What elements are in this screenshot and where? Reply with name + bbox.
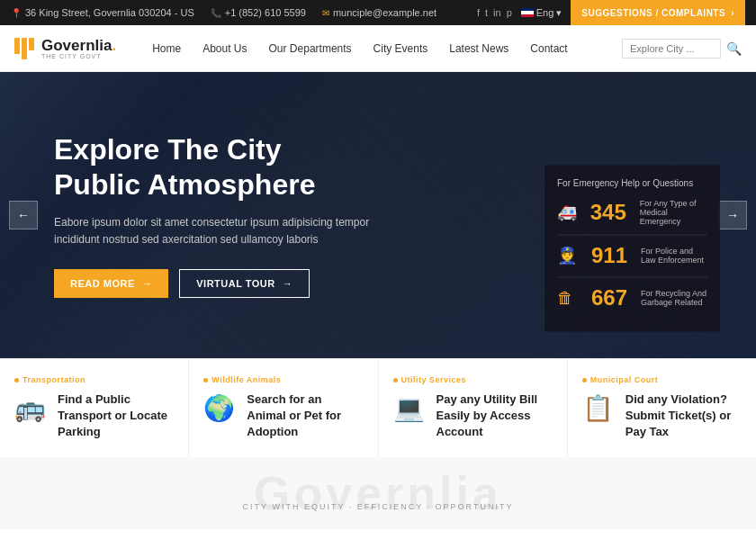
arrow-icon: → <box>142 278 153 289</box>
service-card-body-utility: 💻 Pay any Utility Bill Easily by Access … <box>393 392 553 441</box>
hero-content: Explore The City Public Atmosphere Eabor… <box>0 132 450 297</box>
topbar: 📍 36 King Street, Governlia 030204 - US … <box>0 0 756 25</box>
watermark-text: Governlia <box>254 466 502 520</box>
service-title-court: Did any Violation? Submit Ticket(s) or P… <box>626 392 742 441</box>
service-card-court[interactable]: Municipal Court 📋 Did any Violation? Sub… <box>568 359 756 457</box>
email-icon: ✉ <box>322 8 329 18</box>
virtual-tour-button[interactable]: VIRTUAL TOUR → <box>179 269 310 298</box>
bus-icon: 🚌 <box>14 393 47 423</box>
topbar-right: f t in p Eng ▾ SUGGESTIONS / COMPLAINTS … <box>477 0 745 25</box>
emergency-item-garbage: 🗑 667 For Recycling And Garbage Related <box>557 285 707 310</box>
medical-desc-line2: Medical Emergency <box>640 208 707 226</box>
phone-icon: 📞 <box>211 8 221 18</box>
tag-label-animals: Wildlife Animals <box>212 375 281 384</box>
logo-bar-3 <box>29 38 34 50</box>
language-selector[interactable]: Eng ▾ <box>521 7 562 19</box>
nav-contact[interactable]: Contact <box>530 42 567 55</box>
twitter-icon[interactable]: t <box>485 7 488 18</box>
logo-name-text: Governlia <box>41 37 112 54</box>
police-desc-line1: For Police and <box>641 247 704 256</box>
tag-label-court: Municipal Court <box>590 375 659 384</box>
emergency-item-police: 👮 911 For Police and Law Enforcement <box>557 243 707 268</box>
laptop-icon: 💻 <box>393 393 426 423</box>
hero-title-line1: Explore The City <box>54 133 282 166</box>
chevron-right-icon: → <box>726 208 739 222</box>
search-input[interactable] <box>622 39 721 58</box>
flag-icon <box>521 8 534 17</box>
nav-links: Home About Us Our Departments City Event… <box>152 42 622 55</box>
emergency-desc-medical: For Any Type of Medical Emergency <box>640 199 707 226</box>
instagram-icon[interactable]: in <box>493 7 501 18</box>
phone-info: 📞 +1 (852) 610 5599 <box>211 7 306 18</box>
tagline: CITY WITH EQUITY · EFFICIENCY · OPPORTUN… <box>243 502 514 511</box>
nav-departments[interactable]: Our Departments <box>269 42 352 55</box>
emergency-number-garbage: 667 <box>591 285 632 310</box>
garbage-desc-line1: For Recycling And <box>641 289 706 298</box>
divider-1 <box>557 235 707 236</box>
location-icon: 📍 <box>11 8 22 18</box>
emergency-item-medical: 🚑 345 For Any Type of Medical Emergency <box>557 199 707 226</box>
service-cards: Transportation 🚌 Find a Public Transport… <box>0 358 756 457</box>
police-desc-line2: Law Enforcement <box>641 256 704 265</box>
chevron-down-icon: ▾ <box>556 7 562 19</box>
tag-label-utility: Utility Services <box>401 375 467 384</box>
nav-search: 🔍 <box>622 39 742 58</box>
service-tag-transport: Transportation <box>14 375 174 384</box>
pinterest-icon[interactable]: p <box>507 7 512 18</box>
garbage-desc-line2: Garbage Related <box>641 298 706 307</box>
navbar: Governlia. THE CITY GOVT Home About Us O… <box>0 25 756 72</box>
logo-bar-2 <box>22 38 27 59</box>
topbar-contact-info: 📍 36 King Street, Governlia 030204 - US … <box>11 7 436 18</box>
globe-icon: 🌍 <box>203 393 236 423</box>
chevron-left-icon: ← <box>17 208 30 222</box>
email-text: munciple@example.net <box>333 7 436 18</box>
hero-description: Eabore ipsum dolor sit amet consectetur … <box>54 214 378 248</box>
nav-events[interactable]: City Events <box>374 42 428 55</box>
logo-dot: . <box>112 37 116 54</box>
read-more-button[interactable]: READ MORE → <box>54 269 168 298</box>
garbage-icon: 🗑 <box>557 288 582 307</box>
emergency-title: For Emergency Help or Questions <box>557 178 707 188</box>
hero-section: ← Explore The City Public Atmosphere Eab… <box>0 72 756 358</box>
arrow-icon-2: → <box>283 278 293 289</box>
read-more-label: READ MORE <box>70 278 135 289</box>
nav-home[interactable]: Home <box>152 42 181 55</box>
hero-buttons: READ MORE → VIRTUAL TOUR → <box>54 269 378 298</box>
nav-about[interactable]: About Us <box>202 42 247 55</box>
search-icon[interactable]: 🔍 <box>726 41 742 56</box>
service-card-animals[interactable]: Wildlife Animals 🌍 Search for an Animal … <box>189 359 378 457</box>
tag-dot-2 <box>203 378 208 382</box>
hero-next-button[interactable]: → <box>718 201 747 230</box>
service-card-body-transport: 🚌 Find a Public Transport or Locate Park… <box>14 392 174 441</box>
hero-title: Explore The City Public Atmosphere <box>54 132 378 202</box>
service-card-transport[interactable]: Transportation 🚌 Find a Public Transport… <box>0 359 189 457</box>
logo-name: Governlia. <box>41 37 116 55</box>
service-tag-utility: Utility Services <box>393 375 553 384</box>
logo-bar-1 <box>14 38 20 54</box>
logo-icon <box>14 38 34 59</box>
divider-2 <box>557 277 707 278</box>
lang-label: Eng <box>536 7 554 18</box>
logo[interactable]: Governlia. THE CITY GOVT <box>14 37 116 59</box>
address-info: 📍 36 King Street, Governlia 030204 - US <box>11 7 194 18</box>
hero-prev-button[interactable]: ← <box>9 201 38 230</box>
facebook-icon[interactable]: f <box>477 7 480 18</box>
emergency-desc-police: For Police and Law Enforcement <box>641 247 704 265</box>
clipboard-icon: 📋 <box>582 393 615 423</box>
phone-text: +1 (852) 610 5599 <box>225 7 306 18</box>
service-title-transport: Find a Public Transport or Locate Parkin… <box>58 392 174 441</box>
suggest-label: SUGGESTIONS / COMPLAINTS <box>581 8 725 18</box>
service-card-body-animals: 🌍 Search for an Animal or Pet for Adopti… <box>203 392 363 441</box>
emergency-panel: For Emergency Help or Questions 🚑 345 Fo… <box>544 166 720 332</box>
logo-text-group: Governlia. THE CITY GOVT <box>41 37 116 59</box>
suggestions-button[interactable]: SUGGESTIONS / COMPLAINTS › <box>571 0 745 25</box>
tag-dot-4 <box>582 378 587 382</box>
emergency-desc-garbage: For Recycling And Garbage Related <box>641 289 706 307</box>
service-card-body-court: 📋 Did any Violation? Submit Ticket(s) or… <box>582 392 742 441</box>
service-title-utility: Pay any Utility Bill Easily by Access Ac… <box>436 392 553 441</box>
nav-news[interactable]: Latest News <box>449 42 508 55</box>
address-text: 36 King Street, Governlia 030204 - US <box>25 7 194 18</box>
service-title-animals: Search for an Animal or Pet for Adoption <box>247 392 363 441</box>
medical-desc-line1: For Any Type of <box>640 199 707 208</box>
service-card-utility[interactable]: Utility Services 💻 Pay any Utility Bill … <box>379 359 568 457</box>
